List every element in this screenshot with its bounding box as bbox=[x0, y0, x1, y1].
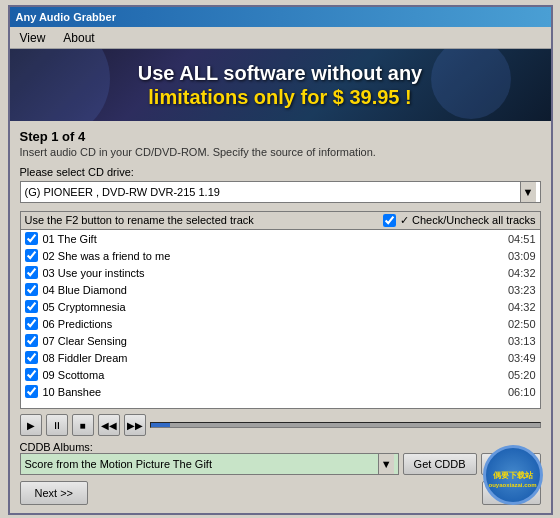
menu-bar: View About bbox=[10, 27, 551, 49]
track-checkbox[interactable] bbox=[25, 351, 38, 364]
banner-text: Use ALL software without any limitations… bbox=[138, 61, 422, 109]
cddb-value: Score from the Motion Picture The Gift bbox=[25, 458, 212, 470]
track-row: 07 Clear Sensing03:13 bbox=[21, 332, 540, 349]
menu-view[interactable]: View bbox=[16, 29, 50, 47]
options-button[interactable]: Options bbox=[481, 453, 541, 475]
track-duration: 05:20 bbox=[501, 369, 536, 381]
step-description: Insert audio CD in your CD/DVD-ROM. Spec… bbox=[20, 146, 541, 158]
menu-about[interactable]: About bbox=[59, 29, 98, 47]
track-duration: 04:32 bbox=[501, 267, 536, 279]
track-name: 07 Clear Sensing bbox=[43, 335, 501, 347]
track-duration: 04:32 bbox=[501, 301, 536, 313]
cddb-row: Score from the Motion Picture The Gift ▼… bbox=[20, 453, 541, 475]
track-checkbox[interactable] bbox=[25, 300, 38, 313]
prev-button[interactable]: ◀◀ bbox=[98, 414, 120, 436]
track-duration: 03:49 bbox=[501, 352, 536, 364]
track-row: 06 Predictions02:50 bbox=[21, 315, 540, 332]
app-window: Any Audio Grabber View About Use ALL sof… bbox=[8, 5, 553, 515]
track-row: 09 Scottoma05:20 bbox=[21, 366, 540, 383]
track-row: 08 Fiddler Dream03:49 bbox=[21, 349, 540, 366]
cd-drive-arrow[interactable]: ▼ bbox=[520, 182, 536, 202]
check-all-section: ✓ Check/Uncheck all tracks bbox=[383, 214, 536, 227]
track-duration: 04:51 bbox=[501, 233, 536, 245]
track-row: 03 Use your instincts04:32 bbox=[21, 264, 540, 281]
track-duration: 03:13 bbox=[501, 335, 536, 347]
bottom-nav: Next >> Close bbox=[20, 481, 541, 505]
track-checkbox[interactable] bbox=[25, 232, 38, 245]
next-button[interactable]: ▶▶ bbox=[124, 414, 146, 436]
title-bar: Any Audio Grabber bbox=[10, 7, 551, 27]
track-checkbox[interactable] bbox=[25, 283, 38, 296]
banner: Use ALL software without any limitations… bbox=[10, 49, 551, 121]
track-checkbox[interactable] bbox=[25, 266, 38, 279]
next-button-nav[interactable]: Next >> bbox=[20, 481, 89, 505]
track-checkbox[interactable] bbox=[25, 317, 38, 330]
step-title: Step 1 of 4 bbox=[20, 129, 541, 144]
track-name: 10 Banshee bbox=[43, 386, 501, 398]
cd-drive-select[interactable]: (G) PIONEER , DVD-RW DVR-215 1.19 ▼ bbox=[20, 181, 541, 203]
track-name: 09 Scottoma bbox=[43, 369, 501, 381]
cddb-label: CDDB Albums: bbox=[20, 441, 541, 453]
track-duration: 02:50 bbox=[501, 318, 536, 330]
tracks-container: Use the F2 button to rename the selected… bbox=[20, 211, 541, 409]
track-duration: 06:10 bbox=[501, 386, 536, 398]
track-row: 05 Cryptomnesia04:32 bbox=[21, 298, 540, 315]
track-duration: 03:09 bbox=[501, 250, 536, 262]
track-name: 05 Cryptomnesia bbox=[43, 301, 501, 313]
main-content: Step 1 of 4 Insert audio CD in your CD/D… bbox=[10, 121, 551, 513]
track-checkbox[interactable] bbox=[25, 249, 38, 262]
track-checkbox[interactable] bbox=[25, 385, 38, 398]
cddb-section: CDDB Albums: Score from the Motion Pictu… bbox=[20, 441, 541, 475]
cddb-arrow[interactable]: ▼ bbox=[378, 454, 394, 474]
transport-bar: ▶ ⏸ ■ ◀◀ ▶▶ bbox=[20, 414, 541, 436]
track-name: 08 Fiddler Dream bbox=[43, 352, 501, 364]
track-row: 04 Blue Diamond03:23 bbox=[21, 281, 540, 298]
pause-button[interactable]: ⏸ bbox=[46, 414, 68, 436]
play-button[interactable]: ▶ bbox=[20, 414, 42, 436]
stop-button[interactable]: ■ bbox=[72, 414, 94, 436]
track-row: 01 The Gift04:51 bbox=[21, 230, 540, 247]
track-name: 01 The Gift bbox=[43, 233, 501, 245]
track-checkbox[interactable] bbox=[25, 368, 38, 381]
progress-bar bbox=[150, 422, 541, 428]
track-row: 02 She was a friend to me03:09 bbox=[21, 247, 540, 264]
track-list: 01 The Gift04:5102 She was a friend to m… bbox=[21, 230, 540, 404]
track-row: 10 Banshee06:10 bbox=[21, 383, 540, 400]
progress-fill bbox=[151, 423, 170, 427]
cddb-dropdown[interactable]: Score from the Motion Picture The Gift ▼ bbox=[20, 453, 399, 475]
tracks-header-label: Use the F2 button to rename the selected… bbox=[25, 214, 383, 227]
app-title: Any Audio Grabber bbox=[16, 11, 116, 23]
track-name: 06 Predictions bbox=[43, 318, 501, 330]
check-all-checkbox[interactable] bbox=[383, 214, 396, 227]
get-cddb-button[interactable]: Get CDDB bbox=[403, 453, 477, 475]
track-name: 04 Blue Diamond bbox=[43, 284, 501, 296]
track-checkbox[interactable] bbox=[25, 334, 38, 347]
track-name: 02 She was a friend to me bbox=[43, 250, 501, 262]
track-duration: 03:23 bbox=[501, 284, 536, 296]
cd-drive-value: (G) PIONEER , DVD-RW DVR-215 1.19 bbox=[25, 186, 220, 198]
track-name: 03 Use your instincts bbox=[43, 267, 501, 279]
close-button[interactable]: Close bbox=[482, 481, 540, 505]
check-all-label: ✓ Check/Uncheck all tracks bbox=[400, 214, 536, 227]
tracks-header: Use the F2 button to rename the selected… bbox=[21, 212, 540, 230]
drive-label: Please select CD drive: bbox=[20, 166, 541, 178]
